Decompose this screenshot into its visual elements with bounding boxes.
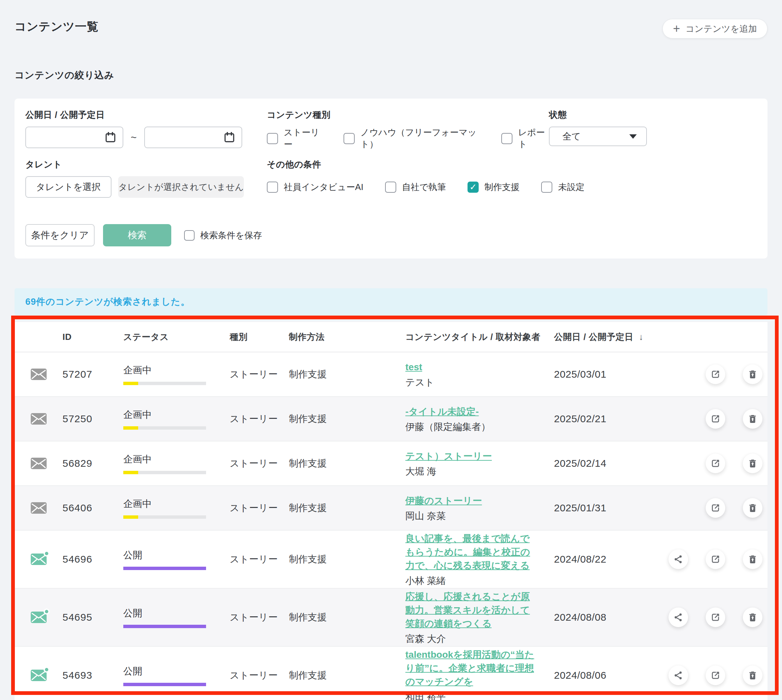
content-id: 56406 <box>62 502 123 514</box>
column-type: 種別 <box>230 331 289 343</box>
delete-button[interactable] <box>743 498 762 518</box>
status-label: 企画中 <box>123 453 230 466</box>
delete-button[interactable] <box>743 665 762 685</box>
production-method: 制作支援 <box>289 611 405 624</box>
content-title-link[interactable]: 良い記事を、最後まで読んでもらうために。編集と校正の力で、心に残る表現に変える <box>405 533 530 571</box>
content-type: ストーリー <box>230 457 289 470</box>
share-button[interactable] <box>668 665 688 685</box>
calendar-icon <box>223 131 236 143</box>
checkbox-icon[interactable] <box>468 182 479 193</box>
status-label: 企画中 <box>123 408 230 421</box>
content-table: ID ステータス 種別 制作方法 コンテンツタイトル / 取材対象者 公開日 /… <box>15 322 767 700</box>
subject-name: 伊藤（限定編集者） <box>405 421 537 433</box>
production-method: 制作支援 <box>289 368 405 381</box>
add-content-button[interactable]: + コンテンツを追加 <box>662 19 767 38</box>
checkbox-icon[interactable] <box>184 230 195 241</box>
share-button[interactable] <box>668 550 688 569</box>
table-row: 56406 企画中 ストーリー 制作支援 伊藤のストーリー 岡山 奈菜 2025… <box>15 486 767 530</box>
checkbox-interview-ai[interactable]: 社員インタビューAI <box>267 181 363 193</box>
table-row: 54695 公開 ストーリー 制作支援 応援し、応援されることが原動力。営業スキ… <box>15 588 767 647</box>
search-button[interactable]: 検索 <box>103 224 171 247</box>
column-method: 制作方法 <box>289 331 405 343</box>
checkbox-story[interactable]: ストーリー <box>267 127 322 150</box>
checkbox-report[interactable]: レポート <box>501 127 549 150</box>
checkbox-label: レポート <box>518 127 549 150</box>
add-content-label: コンテンツを追加 <box>685 23 757 35</box>
table-header-row: ID ステータス 種別 制作方法 コンテンツタイトル / 取材対象者 公開日 /… <box>15 322 767 352</box>
open-in-new-button[interactable] <box>706 665 725 685</box>
date-to-input[interactable] <box>144 127 242 148</box>
publish-date: 2024/08/08 <box>554 612 656 623</box>
checkbox-production-support[interactable]: 制作支援 <box>468 181 520 193</box>
checkbox-label: ノウハウ（フリーフォーマット） <box>361 127 480 150</box>
progress-bar <box>123 426 206 430</box>
status-filter-label: 状態 <box>549 110 757 120</box>
content-type: ストーリー <box>230 502 289 514</box>
date-from-input[interactable] <box>25 127 123 148</box>
envelope-icon <box>31 502 47 514</box>
production-method: 制作支援 <box>289 457 405 470</box>
save-search-conditions[interactable]: 検索条件を保存 <box>184 230 262 241</box>
content-title-link[interactable]: 応援し、応援されることが原動力。営業スキルを活かして笑顔の連鎖をつくる <box>405 591 530 629</box>
share-button[interactable] <box>668 608 688 627</box>
checkbox-icon[interactable] <box>344 133 355 144</box>
open-in-new-button[interactable] <box>706 453 725 473</box>
content-id: 54693 <box>62 670 123 681</box>
open-in-new-button[interactable] <box>706 550 725 569</box>
column-date: 公開日 / 公開予定日 <box>554 331 633 343</box>
publish-date: 2025/02/21 <box>554 413 656 425</box>
delete-button[interactable] <box>743 550 762 569</box>
content-id: 56829 <box>62 458 123 469</box>
production-method: 制作支援 <box>289 669 405 682</box>
status-select-value: 全て <box>562 130 581 142</box>
sort-descending-icon[interactable]: ↓ <box>639 332 643 342</box>
publish-date: 2025/02/14 <box>554 458 656 469</box>
subject-name: 小林 菜緒 <box>405 575 537 587</box>
open-in-new-button[interactable] <box>706 608 725 627</box>
status-label: 企画中 <box>123 497 230 510</box>
publish-date: 2025/01/31 <box>554 502 656 514</box>
content-id: 57250 <box>62 413 123 425</box>
checkbox-label: 社員インタビューAI <box>284 181 363 193</box>
progress-bar <box>123 625 206 628</box>
checkbox-icon[interactable] <box>267 133 278 144</box>
delete-button[interactable] <box>743 365 762 384</box>
content-title-link[interactable]: テスト）ストーリー <box>405 451 492 462</box>
checkbox-knowhow[interactable]: ノウハウ（フリーフォーマット） <box>344 127 480 150</box>
checkbox-icon[interactable] <box>385 182 396 193</box>
progress-bar <box>123 515 206 519</box>
checkbox-icon[interactable] <box>541 182 552 193</box>
open-in-new-button[interactable] <box>706 409 725 428</box>
checkbox-inhouse[interactable]: 自社で執筆 <box>385 181 446 193</box>
content-title-link[interactable]: 伊藤のストーリー <box>405 495 482 506</box>
checkbox-icon[interactable] <box>501 133 513 144</box>
delete-button[interactable] <box>743 409 762 428</box>
table-row: 54696 公開 ストーリー 制作支援 良い記事を、最後まで読んでもらうために。… <box>15 530 767 588</box>
publish-date: 2024/08/06 <box>554 670 656 681</box>
content-title-link[interactable]: talentbookを採用活動の“当たり前”に。企業と求職者に理想のマッチングを <box>405 649 535 687</box>
status-label: 公開 <box>123 607 230 620</box>
content-id: 54695 <box>62 612 123 623</box>
delete-button[interactable] <box>743 608 762 627</box>
delete-button[interactable] <box>743 453 762 473</box>
status-label: 公開 <box>123 549 230 562</box>
status-label: 企画中 <box>123 364 230 377</box>
calendar-icon <box>104 131 117 143</box>
table-body: 57207 企画中 ストーリー 制作支援 test テスト 2025/03/01 <box>15 352 767 700</box>
content-title-link[interactable]: -タイトル未設定- <box>405 407 479 417</box>
status-select[interactable]: 全て <box>549 127 647 146</box>
open-in-new-button[interactable] <box>706 498 725 518</box>
table-row: 56829 企画中 ストーリー 制作支援 テスト）ストーリー 大堀 海 2025… <box>15 442 767 486</box>
talent-empty-text: タレントが選択されていません <box>118 176 244 198</box>
column-title: コンテンツタイトル / 取材対象者 <box>405 331 554 343</box>
open-in-new-button[interactable] <box>706 365 725 384</box>
talent-select-button[interactable]: タレントを選択 <box>25 176 112 198</box>
clear-conditions-button[interactable]: 条件をクリア <box>25 224 95 247</box>
envelope-icon <box>31 458 47 469</box>
content-title-link[interactable]: test <box>405 362 422 372</box>
checkbox-icon[interactable] <box>267 182 278 193</box>
table-row: 57250 企画中 ストーリー 制作支援 -タイトル未設定- 伊藤（限定編集者）… <box>15 397 767 442</box>
checkbox-unset[interactable]: 未設定 <box>541 181 585 193</box>
content-type: ストーリー <box>230 669 289 682</box>
content-type: ストーリー <box>230 412 289 425</box>
